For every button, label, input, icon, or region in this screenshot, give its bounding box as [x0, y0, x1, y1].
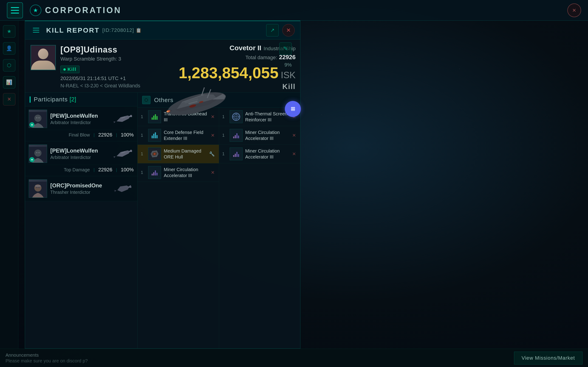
miner-1-icon [148, 166, 161, 179]
participant-avatar-1: ★ [29, 110, 47, 128]
ore-hull-icon [148, 148, 161, 160]
miner-3-remove[interactable]: ✕ [291, 150, 297, 158]
others-item-miner-2: 1 Miner Circulation Accelerator III [219, 126, 300, 145]
ship-name: Covetor II [229, 44, 261, 52]
kill-label: Kill [68, 67, 77, 72]
corp-title: CORPORATION [45, 6, 121, 15]
transverse-icon [148, 110, 161, 123]
miner-2-name: Miner Circulation Accelerator III [245, 129, 289, 141]
participants-list: ★ [PEW]LoneWulfen Arbitrator Interdictor [25, 106, 137, 348]
others-item-core-defense: 1 Core Defense Field Extender III [138, 126, 219, 145]
core-defense-icon [148, 129, 161, 142]
stat-label-2: Top Damage [64, 167, 90, 173]
sidebar-icon-chart[interactable]: 📊 [3, 76, 15, 89]
participant-ship-img-1 [113, 112, 134, 126]
others-item-ore-hull: 1 Medium Damaged ORE Hull 🔧 [138, 145, 219, 163]
participant-item-2: ★ [PEW]LoneWulfen Arbitrator Interdictor [25, 141, 137, 176]
kill-badge: Kill [61, 66, 79, 73]
transverse-name: Transverse Bulkhead III [164, 111, 207, 123]
panel-menu-button[interactable] [31, 25, 42, 36]
participant-item-3: [ORC]PromisedOne Thrasher Interdictor [25, 176, 137, 201]
participants-panel: Participants [2] [25, 93, 138, 348]
avatar-face-3 [29, 180, 47, 198]
ship-stats: Covetor II Industrial Ship Total damage:… [179, 44, 296, 91]
victim-avatar [31, 45, 56, 70]
participant-info-1: [PEW]LoneWulfen Arbitrator Interdictor [50, 113, 110, 125]
panel-title: KILL REPORT [46, 26, 99, 34]
announcements-text: Please make sure you are on discord p? [6, 358, 88, 364]
svg-point-26 [36, 187, 37, 188]
svg-point-20 [34, 150, 41, 157]
stat-pct-1: 100% [121, 132, 134, 138]
svg-point-27 [38, 187, 40, 188]
copy-icon[interactable]: 📋 [136, 27, 141, 33]
sidebar-icon-star[interactable]: ★ [3, 25, 15, 38]
miner-2-icon [230, 129, 242, 142]
panel-actions: ↗ ✕ [266, 24, 295, 36]
isk-label: ISK [281, 70, 296, 80]
others-column-1: 1 Transverse Bulkhead III ✕ [138, 108, 219, 348]
core-defense-remove[interactable]: ✕ [210, 132, 216, 139]
participant-avatar-2: ★ [29, 144, 47, 163]
svg-point-1 [38, 48, 48, 59]
participants-header: Participants [2] [25, 93, 137, 106]
svg-point-4 [44, 52, 47, 54]
announcement-section: Announcements Please make sure you are o… [6, 352, 88, 364]
participant-ship-1: Arbitrator Interdictor [50, 120, 110, 125]
participant-item-1: ★ [PEW]LoneWulfen Arbitrator Interdictor [25, 106, 137, 141]
victim-info: [OP8]Udinass Warp Scramble Strength: 3 K… [61, 45, 140, 89]
others-title: Others [154, 97, 173, 104]
participant-name-3: [ORC]PromisedOne [50, 182, 110, 189]
view-missions-button[interactable]: View Missions/Market [514, 352, 582, 365]
kill-timestamp: 2022/05/31 21:14:51 UTC +1 [61, 75, 140, 81]
participant-ship-2: Arbitrator Interdictor [50, 155, 110, 160]
kill-location: N-RAEL < I3-2J0 < Great Wildlands [61, 83, 140, 89]
participants-others: Participants [2] [25, 93, 300, 348]
participant-ship-img-2 [113, 147, 134, 161]
participant-info-2: [PEW]LoneWulfen Arbitrator Interdictor [50, 148, 110, 160]
participant-avatar-3 [29, 179, 47, 198]
top-bar: ★ CORPORATION × [0, 0, 588, 21]
others-cube-icon: ⬡ [142, 96, 150, 104]
participant-ship-img-3 [113, 182, 134, 195]
corp-star-icon: ★ [30, 5, 41, 16]
sidebar-icon-close[interactable]: ✕ [3, 93, 15, 106]
close-top-button[interactable]: × [567, 3, 581, 17]
miner-1-remove[interactable]: ✕ [210, 169, 216, 176]
others-item-miner-1: 1 Miner Circulation Accelerator III [138, 163, 219, 182]
edit-button[interactable]: ✎ [279, 42, 292, 55]
others-item-transverse: 1 Transverse Bulkhead III ✕ [138, 108, 219, 126]
miner-3-name: Miner Circulation Accelerator III [245, 148, 289, 160]
avatar-face [31, 45, 55, 70]
corp-badge-2: ★ [29, 157, 35, 162]
kill-report-body: [OP8]Udinass Warp Scramble Strength: 3 K… [25, 40, 300, 348]
participants-bar-accent [30, 96, 31, 103]
sidebar-icon-person[interactable]: 👤 [3, 42, 15, 55]
svg-rect-28 [35, 185, 40, 187]
announcements-title: Announcements [6, 352, 88, 358]
bottom-bar: Announcements Please make sure you are o… [0, 349, 588, 367]
ore-hull-tool-icon[interactable]: 🔧 [208, 150, 216, 158]
kill-info: [OP8]Udinass Warp Scramble Strength: 3 K… [25, 40, 300, 93]
ore-hull-name: Medium Damaged ORE Hull [164, 148, 205, 160]
kill-dot [63, 68, 66, 71]
isk-value: 1,283,854,055 [179, 65, 279, 81]
sidebar-icon-cube[interactable]: ⬡ [3, 59, 15, 72]
stat-label-1: Final Blow [69, 132, 90, 138]
scroll-percentage: 9% [284, 62, 292, 68]
antithermal-name: Anti-Thermal Screen Reinforcer III [245, 111, 289, 123]
discord-button[interactable]: ⌗ [285, 101, 301, 117]
svg-point-30 [154, 153, 156, 155]
participant-stats-1: Final Blow | 22926 | 100% [29, 130, 134, 138]
export-button[interactable]: ↗ [266, 24, 279, 36]
miner-1-name: Miner Circulation Accelerator III [164, 167, 207, 178]
total-damage-label: Total damage: [245, 55, 277, 60]
panel-close-button[interactable]: ✕ [282, 24, 295, 36]
miner-2-remove[interactable]: ✕ [291, 132, 297, 139]
others-panel: ⬡ Others 1 [138, 93, 300, 348]
participant-ship-3: Thrasher Interdictor [50, 190, 110, 195]
hamburger-button[interactable] [7, 2, 23, 18]
svg-point-22 [38, 152, 40, 153]
transverse-remove[interactable]: ✕ [210, 113, 216, 120]
core-defense-name: Core Defense Field Extender III [164, 129, 207, 141]
